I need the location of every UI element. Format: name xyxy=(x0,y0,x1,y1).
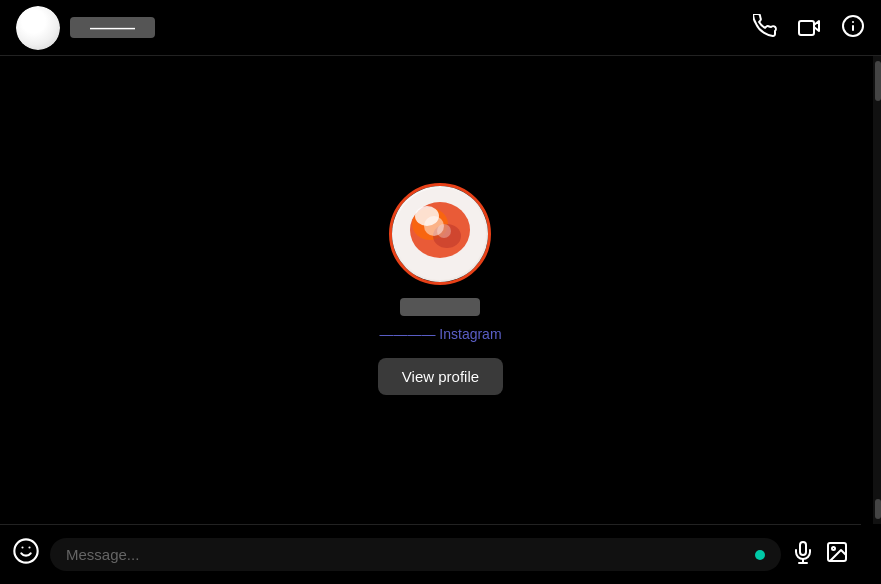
profile-section: ———— Instagram View profile xyxy=(378,186,503,395)
platform-text: ———— Instagram xyxy=(379,326,501,342)
avatar-decoration xyxy=(392,186,488,282)
svg-rect-14 xyxy=(800,542,806,555)
svg-point-18 xyxy=(832,547,835,550)
platform-prefix: ———— xyxy=(379,326,435,342)
message-input-area xyxy=(0,524,861,584)
svg-point-9 xyxy=(437,224,451,238)
image-button[interactable] xyxy=(825,540,849,570)
message-input-wrapper xyxy=(50,538,781,571)
teal-indicator xyxy=(755,550,765,560)
scrollbar-thumb-bottom xyxy=(875,499,881,519)
view-profile-button[interactable]: View profile xyxy=(378,358,503,395)
header-left: ——— xyxy=(16,6,155,50)
header-username[interactable]: ——— xyxy=(70,17,155,38)
avatar-small[interactable] xyxy=(16,6,60,50)
avatar-large xyxy=(392,186,488,282)
message-input[interactable] xyxy=(66,546,747,563)
info-icon[interactable] xyxy=(841,14,865,42)
microphone-button[interactable] xyxy=(791,540,815,570)
phone-icon[interactable] xyxy=(753,14,777,42)
svg-rect-0 xyxy=(799,21,814,35)
svg-point-10 xyxy=(415,206,439,226)
svg-point-11 xyxy=(14,539,37,562)
scrollbar[interactable] xyxy=(873,56,881,524)
scrollbar-thumb-top xyxy=(875,61,881,101)
video-icon[interactable] xyxy=(797,14,821,42)
emoji-button[interactable] xyxy=(12,537,40,572)
platform-name: Instagram xyxy=(439,326,501,342)
header: ——— xyxy=(0,0,881,56)
avatar-image xyxy=(392,186,488,282)
header-icons xyxy=(753,14,865,42)
username-redacted xyxy=(400,298,480,316)
chat-area: ———— Instagram View profile xyxy=(0,56,881,524)
